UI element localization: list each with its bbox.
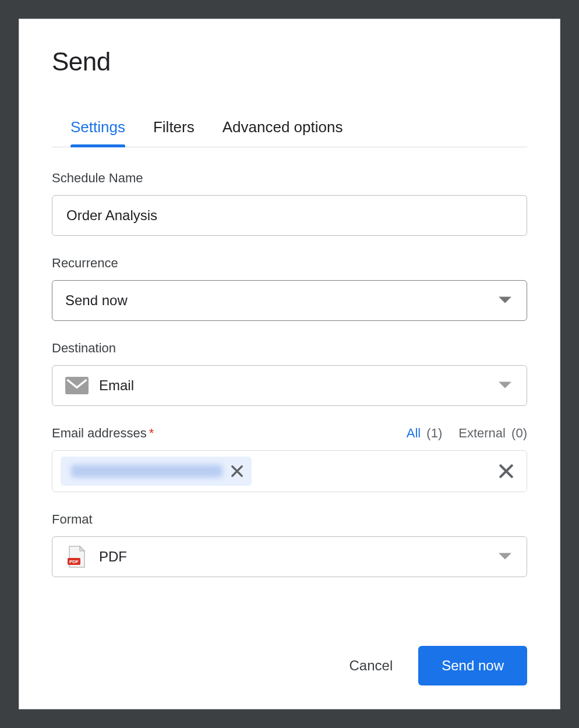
tab-settings[interactable]: Settings bbox=[70, 118, 125, 147]
destination-select[interactable]: Email bbox=[52, 365, 527, 406]
recurrence-field: Recurrence Send now bbox=[52, 256, 527, 321]
recurrence-label: Recurrence bbox=[52, 256, 527, 271]
schedule-name-field: Schedule Name bbox=[52, 171, 527, 236]
remove-chip-icon[interactable] bbox=[231, 465, 243, 478]
pdf-icon: PDF bbox=[65, 545, 89, 568]
recurrence-select[interactable]: Send now bbox=[52, 280, 527, 321]
required-asterisk: * bbox=[149, 426, 154, 441]
email-chip-redacted-text bbox=[71, 465, 223, 478]
destination-value: Email bbox=[99, 377, 134, 394]
email-count-all[interactable]: All (1) bbox=[407, 426, 442, 441]
format-label: Format bbox=[52, 512, 527, 527]
chevron-down-icon bbox=[499, 381, 511, 390]
cancel-button[interactable]: Cancel bbox=[347, 652, 396, 680]
destination-field: Destination Email bbox=[52, 341, 527, 406]
svg-text:PDF: PDF bbox=[69, 559, 79, 564]
tab-advanced-options[interactable]: Advanced options bbox=[223, 118, 343, 147]
schedule-name-input[interactable] bbox=[65, 207, 514, 224]
recurrence-value: Send now bbox=[65, 292, 128, 309]
send-now-button[interactable]: Send now bbox=[418, 646, 527, 685]
dialog-tabs: Settings Filters Advanced options bbox=[52, 118, 527, 147]
dialog-footer: Cancel Send now bbox=[52, 646, 527, 685]
dialog-title: Send bbox=[52, 47, 527, 76]
email-chip bbox=[61, 457, 252, 486]
schedule-name-input-wrapper bbox=[52, 195, 527, 236]
email-count-external[interactable]: External (0) bbox=[458, 426, 527, 441]
email-address-counts: All (1) External (0) bbox=[407, 426, 527, 441]
svg-rect-0 bbox=[65, 377, 89, 394]
clear-all-icon[interactable] bbox=[499, 464, 514, 479]
email-addresses-input[interactable] bbox=[52, 450, 527, 492]
email-addresses-header: Email addresses * All (1) External (0) bbox=[52, 426, 527, 441]
chevron-down-icon bbox=[499, 553, 511, 561]
destination-label: Destination bbox=[52, 341, 527, 356]
format-select[interactable]: PDF PDF bbox=[52, 536, 527, 577]
format-value: PDF bbox=[99, 549, 127, 565]
email-addresses-label: Email addresses * bbox=[52, 426, 154, 441]
email-icon bbox=[65, 374, 89, 397]
email-addresses-field: Email addresses * All (1) External (0) bbox=[52, 426, 527, 492]
tab-filters[interactable]: Filters bbox=[153, 118, 195, 147]
send-dialog: Send Settings Filters Advanced options S… bbox=[19, 19, 560, 709]
chevron-down-icon bbox=[499, 296, 511, 305]
schedule-name-label: Schedule Name bbox=[52, 171, 527, 186]
format-field: Format PDF PDF bbox=[52, 512, 527, 577]
